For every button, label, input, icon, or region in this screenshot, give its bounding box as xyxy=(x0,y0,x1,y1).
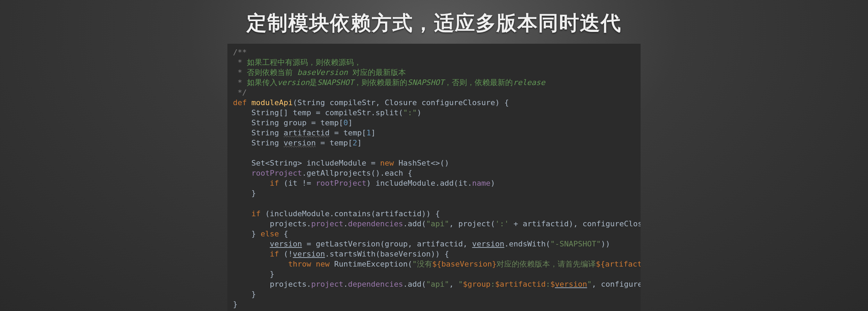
comment-line: 如果工程中有源码，则依赖源码， xyxy=(247,58,361,67)
kw-def: def xyxy=(233,98,247,107)
var-rootproject: rootProject xyxy=(251,169,302,177)
slide: 定制模块依赖方式，适应多版本同时迭代 /** * 如果工程中有源码，则依赖源码，… xyxy=(0,0,868,311)
code-panel: /** * 如果工程中有源码，则依赖源码， * 否则依赖当前 baseVersi… xyxy=(227,44,641,311)
var-artifactid: artifactid xyxy=(284,128,329,137)
fn-moduleapi: moduleApi xyxy=(247,98,293,107)
comment-close: */ xyxy=(233,88,247,97)
slide-title: 定制模块依赖方式，适应多版本同时迭代 xyxy=(247,10,621,37)
comment-baseversion: baseVersion xyxy=(297,68,348,77)
comment-open: /** xyxy=(233,48,247,57)
var-version: version xyxy=(284,138,316,147)
